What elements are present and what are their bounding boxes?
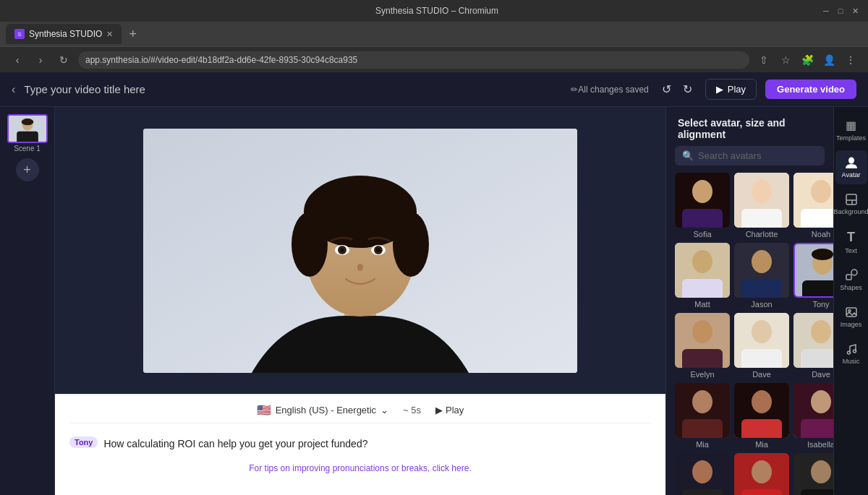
active-tab[interactable]: S Synthesia STUDIO ✕ (6, 24, 122, 44)
header-actions: All changes saved ↺ ↻ ▶ Play Generate vi… (578, 79, 856, 100)
avatar-thumb-mia1 (675, 383, 730, 438)
avatar-thumb-noah (793, 173, 833, 228)
new-tab-button[interactable]: + (124, 27, 141, 42)
svg-point-62 (811, 460, 831, 483)
avatar-item-evelyn[interactable]: Evelyn (675, 313, 730, 379)
avatar-search-input[interactable] (698, 150, 820, 161)
avatar-item-mia1[interactable]: Mia (675, 383, 730, 449)
avatar-item-dave2[interactable]: Dave (793, 313, 833, 379)
avatar-item-vanessa[interactable]: Vanessa (734, 453, 789, 495)
avatar-grid: Sofia Charlotte Noah (666, 173, 833, 495)
avatar-name-noah: Noah (793, 230, 833, 238)
search-icon: 🔍 (682, 150, 694, 161)
back-button[interactable]: ‹ (12, 83, 15, 96)
sidebar-item-images[interactable]: Images (835, 300, 867, 334)
extension-icon[interactable]: 🧩 (799, 51, 816, 69)
avatar-thumb-matt (675, 243, 730, 298)
avatar-name-jason: Jason (734, 300, 789, 309)
play-script-button[interactable]: ▶ Play (435, 405, 464, 416)
speaker-badge: Tony (69, 436, 98, 448)
panel-header: Select avatar, size and alignment (666, 107, 833, 146)
avatar-thumb-vanessa (734, 453, 789, 495)
add-scene-button[interactable]: + (16, 158, 39, 181)
music-label: Music (843, 358, 860, 365)
avatar-item-mia2[interactable]: Mia (734, 383, 789, 449)
svg-rect-23 (741, 209, 782, 228)
close-button[interactable]: ✕ (851, 7, 859, 15)
avatar-item-tony[interactable]: Tony (793, 243, 833, 309)
svg-point-44 (811, 320, 831, 343)
avatar-item-sofia[interactable]: Sofia (675, 173, 730, 238)
avatar-item-isabella[interactable]: Isabella (793, 383, 833, 449)
play-button[interactable]: ▶ Play (705, 79, 757, 100)
scene-label: Scene 1 (7, 145, 48, 152)
avatar-name-isabella: Isabella (793, 440, 833, 449)
svg-point-69 (851, 270, 857, 275)
avatar-item-jason[interactable]: Jason (734, 243, 789, 309)
svg-rect-68 (846, 275, 851, 280)
tabs-bar: S Synthesia STUDIO ✕ + (0, 22, 868, 46)
svg-point-50 (752, 390, 772, 413)
pronunciation-tip[interactable]: For tips on improving pronunciations or … (69, 463, 651, 473)
avatar-thumb-isabella (793, 383, 833, 438)
script-text[interactable]: How calculating ROI can help you get you… (103, 436, 367, 452)
redo-button[interactable]: ↻ (678, 79, 697, 99)
avatar-thumb-jason (734, 243, 789, 298)
templates-icon: ▦ (846, 119, 856, 132)
sidebar-item-avatar[interactable]: Avatar (835, 150, 867, 184)
scene-item[interactable]: Scene 1 (7, 114, 48, 152)
menu-icon[interactable]: ⋮ (842, 51, 859, 69)
svg-point-10 (393, 212, 429, 277)
sidebar-item-shapes[interactable]: Shapes (835, 263, 867, 297)
close-tab-button[interactable]: ✕ (106, 30, 113, 39)
background-icon (845, 193, 858, 206)
video-title[interactable]: Type your video title here (24, 83, 566, 95)
language-dropdown-icon[interactable]: ⌄ (380, 405, 388, 416)
url-input[interactable]: app.synthesia.io/#/video-edit/4b18df2a-d… (78, 51, 749, 69)
undo-button[interactable]: ↺ (658, 79, 676, 99)
main-layout: Scene 1 + (0, 107, 868, 495)
generate-button[interactable]: Generate video (765, 79, 856, 99)
svg-point-31 (752, 250, 772, 273)
svg-rect-57 (682, 489, 723, 495)
avatar-name-mia1: Mia (675, 440, 730, 449)
avatar-name-charlotte: Charlotte (734, 230, 789, 238)
avatar-svg (143, 129, 577, 373)
play-script-icon: ▶ (435, 405, 443, 416)
sidebar-item-music[interactable]: Music (835, 337, 867, 371)
svg-rect-65 (846, 194, 856, 205)
reload-button[interactable]: ↻ (55, 51, 72, 69)
sidebar-item-background[interactable]: Background (835, 187, 867, 221)
music-icon (845, 343, 858, 356)
svg-point-13 (340, 248, 344, 252)
share-icon[interactable]: ⇧ (755, 51, 773, 69)
shapes-label: Shapes (840, 284, 862, 291)
avatar-item-charlotte[interactable]: Charlotte (734, 173, 789, 238)
back-button[interactable]: ‹ (9, 51, 26, 69)
sidebar-item-text[interactable]: T Text (835, 224, 867, 260)
avatar-thumb-evelyn (675, 313, 730, 368)
minimize-button[interactable]: ─ (822, 7, 830, 15)
scene-thumbnail[interactable] (7, 114, 48, 143)
edit-title-icon[interactable]: ✏ (571, 85, 578, 95)
side-icons: ▦ Templates Avatar (833, 107, 868, 495)
star-icon[interactable]: ☆ (777, 51, 794, 69)
language-selector[interactable]: 🇺🇸 English (US) - Energetic ⌄ (257, 403, 388, 417)
avatar-thumb-vincent (793, 453, 833, 495)
profile-icon[interactable]: 👤 (820, 51, 838, 69)
avatar-item-noah[interactable]: Noah (793, 173, 833, 238)
window-controls[interactable]: ─ □ ✕ (822, 7, 859, 15)
avatar-item-vincent[interactable]: Vincent (793, 453, 833, 495)
browser-chrome: Synthesia STUDIO – Chromium ─ □ ✕ S Synt… (0, 0, 868, 72)
svg-point-71 (848, 310, 851, 312)
avatar-item-matt[interactable]: Matt (675, 243, 730, 309)
forward-button[interactable]: › (32, 51, 49, 69)
address-bar: ‹ › ↻ app.synthesia.io/#/video-edit/4b18… (0, 46, 868, 72)
avatar-item-dave1[interactable]: Dave (734, 313, 789, 379)
avatar-item-mike[interactable]: Mike (675, 453, 730, 495)
text-label: Text (845, 247, 857, 254)
avatar-search-box[interactable]: 🔍 (675, 146, 825, 165)
svg-rect-20 (682, 209, 723, 228)
sidebar-item-templates[interactable]: ▦ Templates (835, 113, 867, 147)
restore-button[interactable]: □ (836, 7, 845, 15)
